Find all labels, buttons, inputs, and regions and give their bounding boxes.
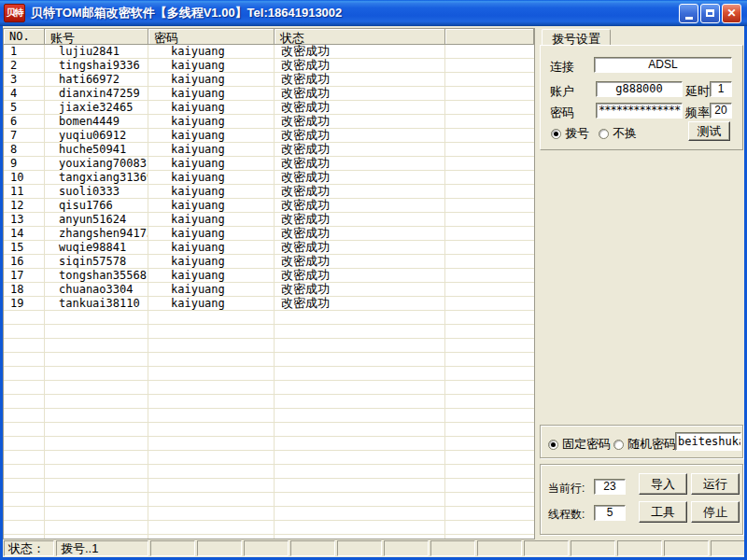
maximize-button[interactable] bbox=[700, 4, 720, 23]
table-cell-status: 改密成功 bbox=[275, 255, 445, 269]
table-cell bbox=[445, 213, 534, 227]
table-row-empty[interactable] bbox=[4, 507, 534, 521]
table-row[interactable]: 11suoli0333kaiyuang改密成功 bbox=[4, 185, 534, 199]
column-header-password[interactable]: 密码 bbox=[148, 29, 275, 45]
current-row-input[interactable]: 23 bbox=[594, 479, 626, 495]
titlebar[interactable]: 贝特 贝特TOM邮箱改密软件【多线程V1.00】Tel:18641913002 … bbox=[0, 0, 747, 26]
table-row-empty[interactable] bbox=[4, 535, 534, 539]
column-header-account[interactable]: 账号 bbox=[45, 29, 148, 45]
table-row-empty[interactable] bbox=[4, 521, 534, 535]
table-cell-status bbox=[275, 465, 445, 479]
table-row-empty[interactable] bbox=[4, 493, 534, 507]
table-cell-status bbox=[275, 479, 445, 493]
table-cell-password bbox=[148, 535, 275, 539]
table-cell-password: kaiyuang bbox=[148, 297, 275, 311]
table-cell-no bbox=[4, 535, 45, 539]
delay-input[interactable]: 1 bbox=[710, 81, 732, 97]
column-header-no[interactable]: NO. bbox=[4, 29, 45, 45]
table-row[interactable]: 17tongshan35568kaiyuang改密成功 bbox=[4, 269, 534, 283]
table-row-empty[interactable] bbox=[4, 339, 534, 353]
table-row-empty[interactable] bbox=[4, 353, 534, 367]
table-row[interactable]: 4dianxin47259kaiyuang改密成功 bbox=[4, 87, 534, 101]
table-row[interactable]: 9youxiang70083kaiyuang改密成功 bbox=[4, 157, 534, 171]
close-button[interactable]: ✕ bbox=[722, 4, 741, 23]
table-cell-status bbox=[275, 409, 445, 423]
dial-password-input[interactable]: ************** bbox=[596, 103, 683, 119]
table-row[interactable]: 19tankuai38110kaiyuang改密成功 bbox=[4, 297, 534, 311]
table-cell-account bbox=[45, 381, 148, 395]
table-cell-no: 3 bbox=[4, 73, 45, 87]
table-cell-status: 改密成功 bbox=[275, 213, 445, 227]
table-row-empty[interactable] bbox=[4, 395, 534, 409]
run-button[interactable]: 运行 bbox=[691, 473, 740, 495]
table-cell-account: qisu1766 bbox=[45, 199, 148, 213]
delay-label: 延时 bbox=[685, 83, 710, 100]
table-row[interactable]: 15wuqie98841kaiyuang改密成功 bbox=[4, 241, 534, 255]
table-row[interactable]: 6bomen4449kaiyuang改密成功 bbox=[4, 115, 534, 129]
table-row-empty[interactable] bbox=[4, 465, 534, 479]
table-row[interactable]: 10tangxiang31369kaiyuang改密成功 bbox=[4, 171, 534, 185]
table-cell bbox=[445, 507, 534, 521]
table-row[interactable]: 14zhangshen94173kaiyuang改密成功 bbox=[4, 227, 534, 241]
table-row-empty[interactable] bbox=[4, 479, 534, 493]
table-row[interactable]: 18chuanao3304kaiyuang改密成功 bbox=[4, 283, 534, 297]
table-cell bbox=[445, 45, 534, 59]
minimize-button[interactable] bbox=[679, 4, 698, 23]
table-cell-account: siqin57578 bbox=[45, 255, 148, 269]
stop-button[interactable]: 停止 bbox=[691, 501, 740, 523]
table-row[interactable]: 3hati66972kaiyuang改密成功 bbox=[4, 73, 534, 87]
radio-fixed-password[interactable]: 固定密码 bbox=[548, 436, 611, 453]
table-row[interactable]: 5jiaxie32465kaiyuang改密成功 bbox=[4, 101, 534, 115]
table-row[interactable]: 1lujiu2841kaiyuang改密成功 bbox=[4, 45, 534, 59]
table-cell-password bbox=[148, 311, 275, 325]
table-row[interactable]: 2tingshai9336kaiyuang改密成功 bbox=[4, 59, 534, 73]
table-row[interactable]: 16siqin57578kaiyuang改密成功 bbox=[4, 255, 534, 269]
table-cell-account bbox=[45, 395, 148, 409]
table-row-empty[interactable] bbox=[4, 325, 534, 339]
radio-nochange-label: 不换 bbox=[613, 125, 637, 142]
import-button[interactable]: 导入 bbox=[639, 473, 687, 495]
table-row-empty[interactable] bbox=[4, 381, 534, 395]
table-cell-account: tingshai9336 bbox=[45, 59, 148, 73]
threads-input[interactable]: 5 bbox=[594, 505, 626, 521]
table-cell-account bbox=[45, 465, 148, 479]
table-cell-status bbox=[275, 381, 445, 395]
table-row-empty[interactable] bbox=[4, 437, 534, 451]
table-row-empty[interactable] bbox=[4, 423, 534, 437]
table-cell-password: kaiyuang bbox=[148, 213, 275, 227]
table-row-empty[interactable] bbox=[4, 311, 534, 325]
radio-dial-icon bbox=[551, 129, 561, 139]
dial-account-label: 账户 bbox=[550, 83, 574, 100]
radio-random-password-icon bbox=[613, 440, 624, 450]
radio-nochange[interactable]: 不换 bbox=[599, 125, 637, 142]
radio-dial[interactable]: 拨号 bbox=[551, 125, 589, 142]
table-row-empty[interactable] bbox=[4, 451, 534, 465]
statusbar-empty-segment bbox=[524, 540, 569, 556]
table-row[interactable]: 12qisu1766kaiyuang改密成功 bbox=[4, 199, 534, 213]
client-area: NO. 账号 密码 状态 1lujiu2841kaiyuang改密成功2ting… bbox=[3, 26, 744, 557]
table-cell-no: 5 bbox=[4, 101, 45, 115]
column-header-status[interactable]: 状态 bbox=[275, 29, 445, 45]
connect-input[interactable]: ADSL bbox=[594, 57, 732, 73]
radio-random-password[interactable]: 随机密码 bbox=[613, 436, 676, 453]
table-row-empty[interactable] bbox=[4, 367, 534, 381]
table-row-empty[interactable] bbox=[4, 409, 534, 423]
table-cell-password bbox=[148, 395, 275, 409]
table-cell-account bbox=[45, 367, 148, 381]
dial-account-input[interactable]: g888000 bbox=[596, 81, 683, 97]
tab-dial-settings[interactable]: 拨号设置 bbox=[542, 29, 611, 45]
test-button[interactable]: 测试 bbox=[688, 121, 730, 141]
column-header-blank[interactable] bbox=[445, 29, 534, 45]
table-row[interactable]: 7yuqiu06912kaiyuang改密成功 bbox=[4, 129, 534, 143]
table-row[interactable]: 13anyun51624kaiyuang改密成功 bbox=[4, 213, 534, 227]
table-cell bbox=[445, 381, 534, 395]
fixed-password-input[interactable]: beiteshuka bbox=[675, 432, 741, 451]
table-row[interactable]: 8huche50941kaiyuang改密成功 bbox=[4, 143, 534, 157]
tools-button[interactable]: 工具 bbox=[639, 501, 687, 523]
radio-fixed-password-label: 固定密码 bbox=[562, 436, 611, 453]
table-cell-no bbox=[4, 339, 45, 353]
freq-input[interactable]: 20 bbox=[710, 103, 732, 119]
maximize-icon bbox=[706, 9, 714, 17]
dial-settings-panel: 连接 ADSL 账户 g888000 延时 1 密码 *************… bbox=[540, 45, 743, 150]
table-cell bbox=[445, 339, 534, 353]
